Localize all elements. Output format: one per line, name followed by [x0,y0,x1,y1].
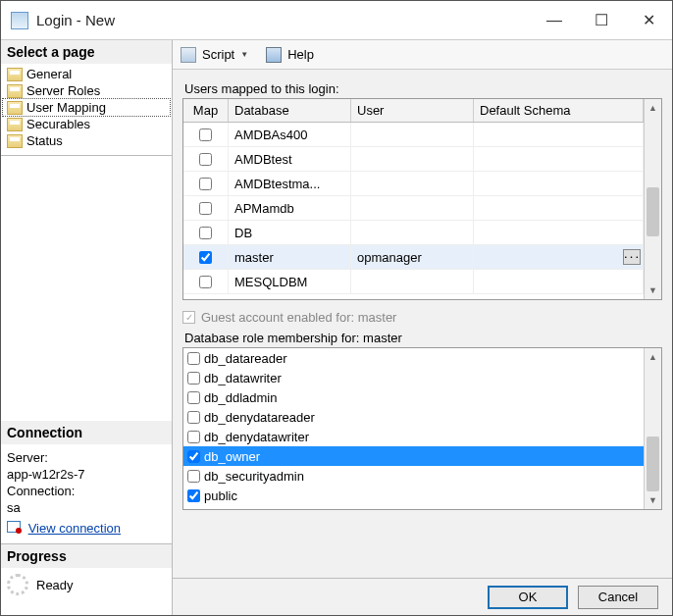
schema-cell [474,172,644,195]
role-name: public [204,488,237,503]
connection-value: sa [7,500,166,515]
map-checkbox[interactable] [199,251,212,264]
guest-label: Guest account enabled for: master [201,310,396,325]
page-label: Securables [26,117,90,131]
user-cell [351,221,474,244]
users-row[interactable]: masteropmanager• • • [183,245,644,270]
close-button[interactable]: ✕ [625,1,672,39]
script-button[interactable]: Script [202,47,234,62]
minimize-button[interactable]: — [531,1,578,39]
user-cell: opmanager [351,245,474,269]
db-cell: APMamdb [229,196,351,220]
map-checkbox[interactable] [199,227,212,239]
scroll-down-icon[interactable]: ▼ [645,491,661,509]
users-row[interactable]: MESQLDBM [183,270,644,294]
page-icon [7,101,23,115]
progress-spinner-icon [7,574,28,595]
map-checkbox[interactable] [199,178,212,190]
script-dropdown-icon[interactable]: ▼ [240,50,248,59]
view-connection-icon [7,521,21,533]
users-grid-header: Map Database User Default Schema [183,99,644,123]
col-user[interactable]: User [351,99,474,122]
map-checkbox[interactable] [199,153,212,166]
db-cell: AMDBtestma... [229,172,351,195]
role-name: db_owner [204,449,260,464]
role-checkbox[interactable] [187,391,200,404]
scroll-down-icon[interactable]: ▼ [645,282,661,299]
map-checkbox[interactable] [199,128,212,141]
col-map[interactable]: Map [183,99,229,122]
view-connection-link[interactable]: View connection [28,521,121,536]
help-button[interactable]: Help [287,47,314,62]
role-checkbox[interactable] [187,450,200,463]
ok-button[interactable]: OK [488,586,568,609]
role-item[interactable]: db_ddladmin [183,387,644,407]
map-checkbox[interactable] [199,202,212,215]
sidebar-page-user-mapping[interactable]: User Mapping [3,99,170,116]
progress-panel: Progress Ready [1,544,172,615]
role-checkbox[interactable] [187,431,200,443]
scroll-up-icon[interactable]: ▲ [645,348,661,366]
role-checkbox[interactable] [187,352,200,365]
users-row[interactable]: AMDBtestma... [183,172,644,196]
sidebar: Select a page GeneralServer RolesUser Ma… [1,40,173,615]
titlebar: Login - New — ☐ ✕ [1,1,672,40]
guest-account-row: ✓ Guest account enabled for: master [182,310,662,325]
server-value: app-w12r2s-7 [7,467,166,482]
roles-scrollbar[interactable]: ▲ ▼ [644,348,661,509]
role-checkbox[interactable] [187,470,200,483]
cancel-button[interactable]: Cancel [578,586,658,609]
window: Login - New — ☐ ✕ Select a page GeneralS… [0,0,673,616]
scroll-thumb[interactable] [647,436,659,491]
content: Users mapped to this login: Map Database… [173,70,672,578]
page-label: User Mapping [26,100,106,115]
script-icon [181,47,196,63]
role-name: db_denydatareader [204,410,315,425]
sidebar-page-general[interactable]: General [3,66,170,82]
role-name: db_datawriter [204,371,282,385]
page-selector: Select a page GeneralServer RolesUser Ma… [1,40,172,156]
schema-cell [474,196,644,220]
users-row[interactable]: AMDBAs400 [183,123,644,147]
scroll-up-icon[interactable]: ▲ [645,99,661,117]
role-item[interactable]: db_datawriter [183,368,644,387]
users-row[interactable]: AMDBtest [183,147,644,172]
main: Script ▼ Help Users mapped to this login… [173,40,672,615]
col-database[interactable]: Database [229,99,351,122]
page-selector-heading: Select a page [1,40,172,64]
role-checkbox[interactable] [187,411,200,424]
scroll-thumb[interactable] [647,187,659,236]
role-item[interactable]: db_denydatareader [183,407,644,427]
page-icon [7,118,23,131]
users-row[interactable]: DB [183,221,644,245]
users-row[interactable]: APMamdb [183,196,644,221]
window-title: Login - New [36,12,531,28]
connection-heading: Connection [1,421,172,444]
map-checkbox[interactable] [199,276,212,288]
role-checkbox[interactable] [187,489,200,502]
role-item[interactable]: db_securityadmin [183,466,644,486]
sidebar-page-server-roles[interactable]: Server Roles [3,82,170,99]
sidebar-page-status[interactable]: Status [3,132,170,149]
role-checkbox[interactable] [187,372,200,385]
role-name: db_securityadmin [204,469,304,484]
toolbar: Script ▼ Help [173,40,672,70]
sidebar-page-securables[interactable]: Securables [3,116,170,132]
users-scrollbar[interactable]: ▲ ▼ [644,99,661,299]
role-name: db_denydatawriter [204,430,309,444]
role-item[interactable]: db_owner [183,446,644,466]
role-list: db_datareaderdb_datawriterdb_ddladmindb_… [182,347,662,510]
user-cell [351,172,474,195]
schema-browse-button[interactable]: • • • [623,249,641,265]
schema-cell [474,270,644,293]
db-cell: MESQLDBM [229,270,351,293]
role-item[interactable]: public [183,486,644,505]
maximize-button[interactable]: ☐ [578,1,625,39]
role-item[interactable]: db_denydatawriter [183,427,644,446]
connection-label: Connection: [7,484,166,498]
role-name: db_ddladmin [204,390,277,405]
col-schema[interactable]: Default Schema [474,99,644,122]
schema-cell [474,147,644,171]
role-item[interactable]: db_datareader [183,348,644,368]
help-icon [266,47,282,63]
